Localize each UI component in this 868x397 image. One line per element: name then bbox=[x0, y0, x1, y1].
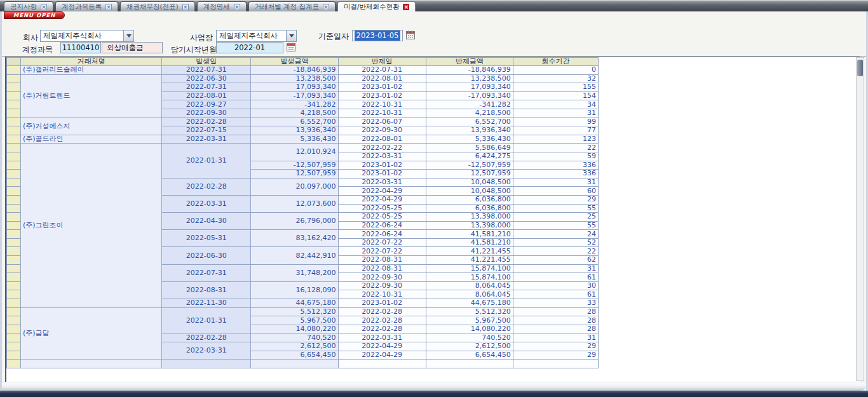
occur-date-cell[interactable]: 2022-07-31 bbox=[162, 83, 251, 92]
collect-days-cell[interactable]: 62 bbox=[513, 256, 598, 265]
settle-date-cell[interactable]: 2022-07-22 bbox=[338, 238, 426, 247]
settle-date-cell[interactable]: 2022-04-29 bbox=[338, 195, 426, 204]
settle-date-cell[interactable]: 2022-02-28 bbox=[338, 316, 426, 325]
settle-amount-cell[interactable]: 15,874,100 bbox=[426, 273, 513, 282]
occur-date-cell[interactable]: 2022-03-31 bbox=[162, 135, 251, 144]
settle-date-cell[interactable]: 2022-08-01 bbox=[338, 135, 426, 144]
customer-name-cell[interactable]: (주)금담 bbox=[21, 307, 162, 360]
row-header-cell[interactable] bbox=[7, 178, 21, 187]
row-header-cell[interactable] bbox=[7, 316, 21, 325]
occur-amount-cell[interactable]: -17,093,340 bbox=[251, 91, 338, 100]
collect-days-cell[interactable]: 25 bbox=[513, 213, 598, 222]
row-header-cell[interactable] bbox=[7, 213, 21, 222]
menu-open-button[interactable]: MENU OPEN bbox=[4, 11, 65, 19]
chevron-down-icon[interactable] bbox=[286, 30, 296, 41]
grid-cell[interactable] bbox=[513, 360, 598, 368]
settle-date-cell[interactable]: 2022-09-30 bbox=[338, 126, 426, 135]
occur-date-cell[interactable]: 2022-02-28 bbox=[162, 178, 251, 195]
occur-amount-cell[interactable]: -18,846,939 bbox=[251, 66, 338, 75]
settle-amount-cell[interactable]: 17,093,340 bbox=[426, 83, 513, 92]
collect-days-cell[interactable]: 32 bbox=[513, 74, 598, 83]
tab-close-icon[interactable]: × bbox=[403, 4, 409, 10]
settle-amount-cell[interactable]: 5,967,500 bbox=[426, 316, 513, 325]
settle-date-cell[interactable]: 2022-07-31 bbox=[338, 66, 426, 75]
column-header[interactable]: 발생일 bbox=[162, 58, 251, 66]
tab-close-icon[interactable]: × bbox=[323, 4, 329, 10]
collect-days-cell[interactable]: 155 bbox=[513, 83, 598, 92]
occur-amount-cell[interactable]: 6,654,450 bbox=[251, 351, 338, 360]
settle-amount-cell[interactable]: 6,036,800 bbox=[426, 204, 513, 213]
settle-amount-cell[interactable]: 8,064,045 bbox=[426, 281, 513, 290]
occur-amount-cell[interactable]: 4,218,500 bbox=[251, 109, 338, 118]
occur-date-cell[interactable]: 2022-06-30 bbox=[162, 247, 251, 264]
customer-name-cell[interactable]: (주)갤러리드솔레이 bbox=[21, 66, 162, 75]
base-date-input[interactable]: 2023-01-05 bbox=[352, 30, 403, 41]
occur-amount-cell[interactable]: 20,097,000 bbox=[251, 178, 338, 195]
settle-amount-cell[interactable]: 13,398,000 bbox=[426, 213, 513, 222]
row-header-cell[interactable] bbox=[7, 325, 21, 333]
occur-amount-cell[interactable]: 5,967,500 bbox=[251, 316, 338, 325]
settle-date-cell[interactable]: 2022-04-29 bbox=[338, 351, 426, 360]
collect-days-cell[interactable]: 28 bbox=[513, 325, 598, 333]
settle-date-cell[interactable]: 2022-03-31 bbox=[338, 178, 426, 187]
occur-amount-cell[interactable]: 6,552,700 bbox=[251, 118, 338, 126]
settle-amount-cell[interactable]: -12,507,959 bbox=[426, 161, 513, 170]
settle-date-cell[interactable]: 2022-04-29 bbox=[338, 342, 426, 351]
row-header-cell[interactable] bbox=[7, 170, 21, 178]
period-start-calendar-icon[interactable] bbox=[287, 43, 295, 51]
occur-date-cell[interactable]: 2022-09-30 bbox=[162, 109, 251, 118]
settle-amount-cell[interactable]: 13,238,500 bbox=[426, 74, 513, 83]
settle-date-cell[interactable]: 2023-01-02 bbox=[338, 83, 426, 92]
settle-date-cell[interactable]: 2022-07-22 bbox=[338, 247, 426, 256]
chevron-down-icon[interactable] bbox=[123, 30, 133, 41]
occur-date-cell[interactable]: 2022-08-31 bbox=[162, 281, 251, 299]
settle-date-cell[interactable]: 2022-05-25 bbox=[338, 213, 426, 222]
grid-cell[interactable] bbox=[162, 360, 251, 368]
row-header-cell[interactable] bbox=[7, 204, 21, 213]
row-header-cell[interactable] bbox=[7, 264, 21, 273]
row-header-cell[interactable] bbox=[7, 83, 21, 92]
settle-date-cell[interactable]: 2022-02-28 bbox=[338, 307, 426, 316]
occur-amount-cell[interactable]: -12,507,959 bbox=[251, 161, 338, 170]
collect-days-cell[interactable]: 77 bbox=[513, 126, 598, 135]
settle-amount-cell[interactable]: 14,080,220 bbox=[426, 325, 513, 333]
customer-name-cell[interactable]: (주)거림트렌드 bbox=[21, 74, 162, 118]
collect-days-cell[interactable]: 33 bbox=[513, 299, 598, 308]
bizplace-select[interactable]: 제일제지주식회사 bbox=[216, 30, 297, 42]
row-header-cell[interactable] bbox=[7, 299, 21, 308]
occur-amount-cell[interactable]: 17,093,340 bbox=[251, 83, 338, 92]
occur-date-cell[interactable]: 2022-04-30 bbox=[162, 213, 251, 230]
grid-cell[interactable] bbox=[426, 360, 513, 368]
row-header-cell[interactable] bbox=[7, 281, 21, 290]
row-header-cell[interactable] bbox=[7, 307, 21, 316]
tab-close-icon[interactable]: × bbox=[234, 4, 240, 10]
row-header-cell[interactable] bbox=[7, 74, 21, 83]
settle-amount-cell[interactable]: 6,654,450 bbox=[426, 351, 513, 360]
settle-amount-cell[interactable]: 10,048,500 bbox=[426, 187, 513, 196]
tab-close-icon[interactable]: × bbox=[105, 4, 112, 10]
column-header[interactable]: 거래처명 bbox=[21, 58, 162, 66]
settle-date-cell[interactable]: 2022-09-30 bbox=[338, 281, 426, 290]
collect-days-cell[interactable]: 336 bbox=[513, 170, 598, 178]
occur-amount-cell[interactable]: 12,507,959 bbox=[251, 170, 338, 178]
collect-days-cell[interactable]: 22 bbox=[513, 247, 598, 256]
row-header-cell[interactable] bbox=[7, 144, 21, 152]
row-header-cell[interactable] bbox=[7, 100, 21, 109]
collect-days-cell[interactable]: 24 bbox=[513, 230, 598, 239]
column-header[interactable]: 발생금액 bbox=[251, 58, 338, 66]
collect-days-cell[interactable]: 60 bbox=[513, 187, 598, 196]
collect-days-cell[interactable]: 30 bbox=[513, 281, 598, 290]
grid-cell[interactable] bbox=[338, 360, 426, 368]
collect-days-cell[interactable]: 34 bbox=[513, 100, 598, 109]
collect-days-cell[interactable]: 31 bbox=[513, 178, 598, 187]
row-header-cell[interactable] bbox=[7, 161, 21, 170]
row-header-cell[interactable] bbox=[7, 118, 21, 126]
vertical-scrollbar-thumb[interactable] bbox=[857, 60, 863, 76]
column-header[interactable]: 회수기간 bbox=[513, 58, 598, 66]
settle-amount-cell[interactable]: 10,048,500 bbox=[426, 178, 513, 187]
row-header-cell[interactable] bbox=[7, 91, 21, 100]
occur-date-cell[interactable]: 2022-01-31 bbox=[162, 144, 251, 178]
row-header-cell[interactable] bbox=[7, 273, 21, 282]
settle-amount-cell[interactable]: -17,093,340 bbox=[426, 91, 513, 100]
row-header-cell[interactable] bbox=[7, 351, 21, 360]
